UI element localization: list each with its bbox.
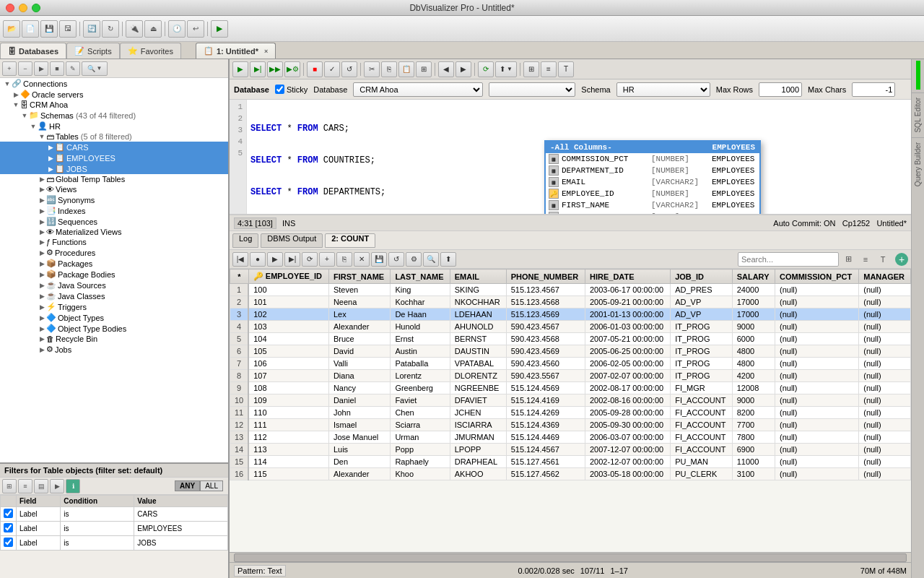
- crm-ahoa-toggle[interactable]: ▼: [12, 101, 20, 108]
- sql-tab-close[interactable]: ×: [264, 48, 268, 55]
- oracle-servers-node[interactable]: ▶ 🔶 Oracle servers: [0, 89, 228, 100]
- table-row[interactable]: 9 108 Nancy Greenberg NGREENBE 515.124.4…: [230, 382, 911, 394]
- synonyms-node[interactable]: ▶ 🔤 Synonyms: [0, 194, 228, 205]
- max-rows-input[interactable]: 1000: [759, 82, 802, 97]
- triggers-toggle[interactable]: ▶: [38, 303, 46, 311]
- prev-button[interactable]: ◀: [438, 61, 454, 77]
- autocomplete-item[interactable]: 🔑 EMPLOYEE_ID [NUMBER] EMPLOYEES: [546, 188, 759, 199]
- connections-toggle[interactable]: ▼: [3, 80, 12, 87]
- jobs-schema-node[interactable]: ▶ ⚙ Jobs: [0, 344, 228, 355]
- run-script-button[interactable]: ▶⚙: [284, 61, 300, 77]
- schema-select[interactable]: HR: [616, 82, 710, 97]
- table-row[interactable]: 1 100 Steven King SKING 515.123.4567 200…: [230, 284, 911, 296]
- jobs-toggle[interactable]: ▶: [46, 165, 55, 173]
- new-button[interactable]: 📄: [22, 20, 39, 38]
- raw-view-button[interactable]: T: [558, 61, 574, 77]
- remove-connection-button[interactable]: −: [18, 61, 32, 76]
- table-row[interactable]: 3 102 Lex De Haan LDEHAAN 515.123.4569 2…: [230, 309, 911, 321]
- maximize-button[interactable]: [32, 4, 40, 12]
- col-settings-button[interactable]: ⚙: [406, 252, 422, 267]
- db-select-2[interactable]: [489, 82, 575, 97]
- run-current-button[interactable]: ▶|: [250, 61, 266, 77]
- global-temp-tables-node[interactable]: ▶ 🗃 Global Temp Tables: [0, 174, 228, 184]
- duplicate-row-button[interactable]: ⎘: [336, 252, 352, 267]
- filter-col-btn[interactable]: ▤: [34, 479, 48, 493]
- dbms-output-tab[interactable]: DBMS Output: [261, 233, 323, 248]
- sql-editor[interactable]: 1 2 3 4 5 SELECT * FROM CARS; SELECT * F…: [230, 100, 911, 215]
- table-row[interactable]: 16 115 Alexander Khoo AKHOO 515.127.4562…: [230, 468, 911, 480]
- crm-ahoa-node[interactable]: ▼ 🗄 CRM Ahoa: [0, 100, 228, 110]
- col-commission[interactable]: COMMISSION_PCT: [775, 269, 859, 284]
- table-row[interactable]: 13 112 Jose Manuel Urman JMURMAN 515.124…: [230, 431, 911, 444]
- disconnect-db-button[interactable]: ■: [50, 61, 64, 76]
- minimize-button[interactable]: [19, 4, 27, 12]
- all-button[interactable]: ALL: [200, 480, 223, 491]
- rollback-button[interactable]: ↺: [341, 61, 357, 77]
- packages-toggle[interactable]: ▶: [38, 260, 46, 267]
- filter-info-btn[interactable]: ℹ: [66, 479, 80, 493]
- employees-node[interactable]: ▶ 📋 EMPLOYEES: [0, 152, 228, 163]
- recycle-bin-node[interactable]: ▶ 🗑 Recycle Bin: [0, 334, 228, 344]
- tables-toggle[interactable]: ▼: [38, 133, 46, 140]
- schemas-toggle[interactable]: ▼: [20, 112, 29, 119]
- save-all-button[interactable]: 🖫: [59, 20, 77, 38]
- filter-grid-btn[interactable]: ⊞: [2, 479, 17, 493]
- obj-type-bodies-toggle[interactable]: ▶: [38, 325, 46, 332]
- col-phone[interactable]: PHONE_NUMBER: [506, 269, 585, 284]
- recycle-toggle[interactable]: ▶: [38, 335, 46, 342]
- indexes-toggle[interactable]: ▶: [38, 207, 46, 215]
- java-sources-node[interactable]: ▶ ☕ Java Sources: [0, 280, 228, 290]
- indexes-node[interactable]: ▶ 📑 Indexes: [0, 205, 228, 216]
- triggers-node[interactable]: ▶ ⚡ Triggers: [0, 301, 228, 312]
- save-changes-button[interactable]: 💾: [371, 252, 387, 267]
- log-tab[interactable]: Log: [232, 233, 258, 248]
- functions-toggle[interactable]: ▶: [38, 238, 46, 246]
- packages-node[interactable]: ▶ 📦 Packages: [0, 258, 228, 269]
- insert-row-button[interactable]: +: [319, 252, 335, 267]
- add-connection-button[interactable]: +: [2, 61, 17, 76]
- run-button[interactable]: ▶: [232, 61, 248, 77]
- java-classes-node[interactable]: ▶ ☕ Java Classes: [0, 290, 228, 301]
- col-job-id[interactable]: JOB_ID: [671, 269, 732, 284]
- refresh-data-button[interactable]: ⟳: [302, 252, 318, 267]
- h-scrollbar[interactable]: [230, 552, 911, 562]
- table-row[interactable]: 4 103 Alexander Hunold AHUNOLD 590.423.4…: [230, 321, 911, 333]
- paste-button[interactable]: 📋: [398, 61, 414, 77]
- close-button[interactable]: [6, 4, 14, 12]
- synonyms-toggle[interactable]: ▶: [38, 197, 46, 204]
- table-row[interactable]: 6 105 David Austin DAUSTIN 590.423.4569 …: [230, 345, 911, 358]
- delete-row-button[interactable]: ✕: [354, 252, 370, 267]
- employees-toggle[interactable]: ▶: [46, 155, 55, 162]
- mat-views-toggle[interactable]: ▶: [38, 228, 46, 236]
- refresh-button[interactable]: 🔄: [83, 20, 100, 38]
- disconnect-button[interactable]: ⏏: [144, 20, 162, 38]
- autocomplete-item[interactable]: ▦ EMAIL [VARCHAR2] EMPLOYEES: [546, 176, 759, 188]
- window-controls[interactable]: [6, 4, 40, 12]
- col-employee-id[interactable]: 🔑 EMPLOYEE_ID: [248, 269, 328, 284]
- cars-toggle[interactable]: ▶: [46, 144, 55, 151]
- favorites-tab[interactable]: ⭐ Favorites: [120, 43, 181, 59]
- filter-checkbox[interactable]: [4, 538, 13, 547]
- views-toggle[interactable]: ▶: [38, 186, 46, 193]
- procedures-node[interactable]: ▶ ⚙ Procedures: [0, 247, 228, 258]
- connect-button[interactable]: 🔌: [126, 20, 143, 38]
- history-button[interactable]: ↩: [187, 20, 204, 38]
- col-salary[interactable]: SALARY: [732, 269, 775, 284]
- next-row-button[interactable]: ▶|: [284, 252, 300, 267]
- query-builder-edge-label[interactable]: Query Builder: [913, 139, 923, 189]
- stop-button[interactable]: ■: [307, 61, 323, 77]
- autocomplete-item[interactable]: ▦ COMMISSION_PCT [NUMBER] EMPLOYEES: [546, 153, 759, 165]
- java-classes-toggle[interactable]: ▶: [38, 293, 46, 300]
- commit-button[interactable]: ✓: [324, 61, 340, 77]
- search-results-input[interactable]: [738, 252, 839, 267]
- run-all-button[interactable]: ▶▶: [267, 61, 283, 77]
- autocomplete-item[interactable]: ▦ DEPARTMENT_ID [NUMBER] EMPLOYEES: [546, 165, 759, 176]
- col-manager[interactable]: MANAGER: [859, 269, 911, 284]
- hr-node[interactable]: ▼ 👤 HR: [0, 121, 228, 131]
- obj-types-toggle[interactable]: ▶: [38, 314, 46, 322]
- search-tree-button[interactable]: 🔍▼: [82, 61, 108, 76]
- any-button[interactable]: ANY: [175, 480, 200, 491]
- next-button[interactable]: ▶: [456, 61, 471, 77]
- col-hire-date[interactable]: HIRE_DATE: [585, 269, 671, 284]
- filter-data-button[interactable]: 🔍: [423, 252, 439, 267]
